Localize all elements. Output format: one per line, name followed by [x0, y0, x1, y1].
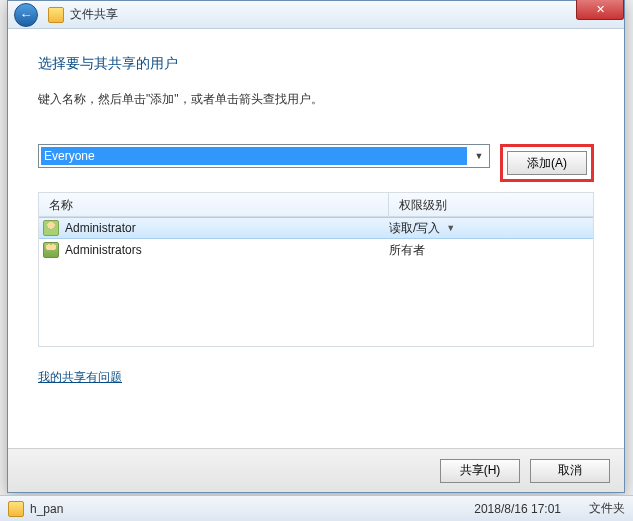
titlebar: 文件共享	[8, 1, 624, 29]
window-controls	[576, 0, 624, 20]
column-permission[interactable]: 权限级别	[389, 193, 593, 216]
chevron-down-icon: ▼	[446, 223, 455, 233]
dialog-heading: 选择要与其共享的用户	[38, 55, 594, 73]
user-input-row: Everyone ▼ 添加(A)	[38, 144, 594, 182]
column-name[interactable]: 名称	[39, 193, 389, 216]
dialog-subtext: 键入名称，然后单击"添加"，或者单击箭头查找用户。	[38, 91, 594, 108]
group-icon	[43, 242, 59, 258]
dialog-content: 选择要与其共享的用户 键入名称，然后单击"添加"，或者单击箭头查找用户。 Eve…	[8, 29, 624, 386]
row-name: Administrators	[65, 243, 389, 257]
combobox-selection: Everyone	[41, 147, 467, 165]
row-permission: 所有者	[389, 242, 593, 259]
user-icon	[43, 220, 59, 236]
list-row[interactable]: Administrator 读取/写入 ▼	[39, 217, 593, 239]
add-button[interactable]: 添加(A)	[507, 151, 587, 175]
add-button-highlight: 添加(A)	[500, 144, 594, 182]
row-name: Administrator	[65, 221, 389, 235]
close-button[interactable]	[576, 0, 624, 20]
dialog-footer: 共享(H) 取消	[8, 448, 624, 492]
list-row[interactable]: Administrators 所有者	[39, 239, 593, 261]
user-combobox[interactable]: Everyone ▼	[38, 144, 490, 168]
sharing-icon	[48, 7, 64, 23]
back-button[interactable]	[14, 3, 38, 27]
help-link[interactable]: 我的共享有问题	[38, 369, 122, 386]
user-list: 名称 权限级别 Administrator 读取/写入 ▼ Administra…	[38, 192, 594, 347]
status-folder-name: h_pan	[30, 502, 63, 516]
row-permission[interactable]: 读取/写入 ▼	[389, 220, 593, 237]
file-sharing-dialog: 文件共享 选择要与其共享的用户 键入名称，然后单击"添加"，或者单击箭头查找用户…	[7, 0, 625, 493]
cancel-button[interactable]: 取消	[530, 459, 610, 483]
share-button[interactable]: 共享(H)	[440, 459, 520, 483]
status-type: 文件夹	[589, 500, 625, 517]
list-header: 名称 权限级别	[39, 193, 593, 217]
explorer-statusbar: h_pan 2018/8/16 17:01 文件夹	[0, 495, 633, 521]
window-title: 文件共享	[70, 6, 118, 23]
chevron-down-icon[interactable]: ▼	[469, 145, 489, 167]
status-date: 2018/8/16 17:01	[474, 502, 561, 516]
folder-icon	[8, 501, 24, 517]
